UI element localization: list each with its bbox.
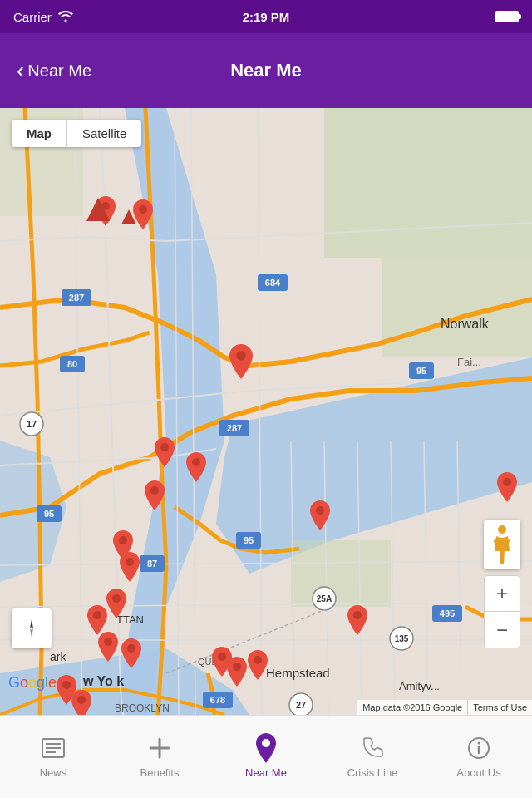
wifi-icon [58,11,73,22]
nav-title: Near Me [133,60,399,81]
svg-text:80: 80 [67,359,77,369]
back-chevron-icon: ‹ [17,59,24,82]
zoom-out-button[interactable]: − [484,612,520,648]
terms-of-use-link[interactable]: Terms of Use [467,700,532,715]
map-attribution: Map data ©2016 Google Terms of Use [357,700,532,715]
location-button[interactable] [12,608,52,648]
status-bar-time: 2:19 PM [243,10,290,24]
carrier-label: Carrier [13,10,52,24]
svg-text:684: 684 [265,278,281,288]
map-background: 684 287 287 95 95 95 80 87 17 25A 135 27… [0,108,532,715]
tab-near-me-label: Near Me [245,766,287,779]
tab-crisis-line-label: Crisis Line [347,766,398,779]
svg-text:TTAN: TTAN [116,613,144,626]
svg-point-77 [262,739,270,747]
tab-about-us-label: About Us [456,766,500,779]
google-logo-g: G [8,674,20,691]
status-bar-left: Carrier [13,10,73,24]
status-bar: Carrier 2:19 PM [0,0,532,33]
svg-text:ark: ark [50,650,66,663]
map-view-button[interactable]: Map [12,120,67,147]
map-container[interactable]: 684 287 287 95 95 95 80 87 17 25A 135 27… [0,108,532,715]
news-icon [40,735,66,761]
svg-marker-68 [30,628,33,638]
battery-icon [495,11,519,22]
svg-text:BROOKLYN: BROOKLYN [115,702,170,714]
info-icon [466,735,492,761]
map-data-label: Map data ©2016 Google [357,700,467,715]
map-toggle[interactable]: Map Satellite [12,120,141,147]
google-logo-g2: g [37,674,45,691]
svg-marker-67 [30,619,33,628]
back-button[interactable]: ‹ Near Me [17,59,133,82]
google-logo-o2: o [28,674,37,691]
svg-rect-2 [382,258,532,357]
svg-rect-1 [324,108,532,258]
tab-about-us[interactable]: About Us [426,716,532,798]
svg-text:Fai...: Fai... [457,356,481,368]
svg-text:QUE...: QUE... [198,657,225,667]
satellite-view-button[interactable]: Satellite [67,120,141,147]
svg-text:Hempstead: Hempstead [266,666,330,680]
street-view-person-icon [490,525,515,564]
svg-text:287: 287 [69,293,84,303]
tab-bar: News Benefits Near Me Crisis Line [0,715,532,798]
plus-icon [146,735,173,761]
tab-news[interactable]: News [0,716,106,798]
nav-bar: ‹ Near Me Near Me [0,33,532,108]
svg-text:Norwalk: Norwalk [441,317,490,331]
google-logo: Google [8,674,57,692]
svg-text:287: 287 [227,423,242,433]
svg-text:87: 87 [147,559,157,569]
tab-near-me[interactable]: Near Me [213,716,319,798]
map-zoom-controls: + − [484,575,520,648]
svg-text:25A: 25A [317,594,332,603]
compass-icon [21,618,42,639]
tab-benefits[interactable]: Benefits [106,716,213,798]
svg-text:95: 95 [416,366,426,376]
zoom-in-button[interactable]: + [484,575,520,612]
svg-text:95: 95 [44,509,54,519]
svg-text:678: 678 [210,695,225,705]
tab-news-label: News [40,766,67,779]
google-logo-o1: o [20,674,28,691]
svg-text:27: 27 [296,700,306,710]
svg-text:135: 135 [395,634,409,643]
status-bar-right [495,11,519,22]
svg-text:w Yo k: w Yo k [82,674,124,688]
svg-text:17: 17 [27,419,37,429]
svg-point-80 [478,742,480,745]
tab-benefits-label: Benefits [140,766,180,779]
svg-point-69 [498,525,506,534]
tab-crisis-line[interactable]: Crisis Line [319,716,426,798]
battery-fill [497,12,517,21]
back-label: Near Me [27,62,91,81]
street-view-button[interactable] [484,520,520,569]
location-pin-icon [253,735,279,761]
google-logo-e: e [48,674,57,691]
svg-rect-3 [291,540,391,607]
svg-text:Amityv...: Amityv... [399,680,440,692]
svg-text:95: 95 [244,535,254,545]
svg-text:495: 495 [440,608,455,618]
phone-icon [359,735,386,761]
